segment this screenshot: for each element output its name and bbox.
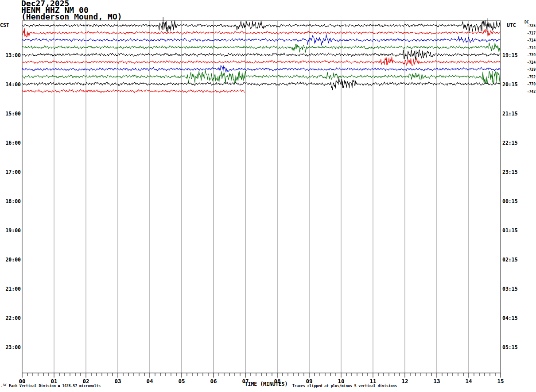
minute-tick-label: 10	[334, 378, 348, 384]
utc-time-label: 01:15	[502, 228, 518, 234]
seismo-trace-row-5-black	[22, 50, 500, 60]
scale-note: Each Vertical Division = 1428.57 microvo…	[9, 384, 101, 388]
minute-tick-label: 12	[398, 378, 412, 384]
dc-offset-label: -714	[513, 38, 536, 43]
plot-frame	[22, 21, 501, 373]
minute-tick-label: 04	[143, 378, 156, 384]
seismo-trace-row-9-black	[22, 77, 500, 90]
minute-tick-label: 13	[430, 378, 443, 384]
dc-offset-label: -742	[513, 90, 536, 94]
dc-offset-label: -717	[513, 31, 536, 36]
station-location: (Henderson Mound, MO)	[21, 13, 122, 20]
cst-time-label: 15:00	[0, 111, 21, 117]
helicorder-plot	[0, 0, 536, 392]
utc-time-label: 00:15	[502, 199, 518, 204]
cst-time-label: 16:00	[0, 140, 21, 146]
minute-tick-label: 15	[494, 378, 507, 384]
left-timezone-label: CST	[0, 22, 9, 28]
utc-time-label: 03:15	[502, 286, 518, 292]
seismo-trace-row-8-green	[22, 70, 500, 84]
minute-tick-label: 03	[111, 378, 124, 384]
dc-offset-label: -752	[513, 75, 536, 80]
seismo-trace-row-2-red	[22, 28, 500, 37]
dc-offset-label: -770	[513, 82, 536, 87]
minute-tick-label: 01	[47, 378, 61, 384]
cst-time-label: 23:00	[0, 345, 21, 350]
minute-tick-label: 05	[175, 378, 188, 384]
cst-time-label: 20:00	[0, 257, 21, 263]
utc-time-label: 23:15	[502, 169, 518, 175]
dc-offset-label: -739	[513, 53, 536, 58]
seismo-trace-row-10-red	[22, 89, 245, 93]
seismo-trace-row-4-green	[22, 43, 500, 52]
dc-offset-label: -724	[513, 61, 536, 65]
seismo-trace-row-7-blue	[22, 65, 500, 73]
seismo-trace-row-6-red	[22, 57, 500, 65]
cst-time-label: 18:00	[0, 199, 21, 204]
helicorder-page: Dec27,2025 HENM HHZ NM 00 (Henderson Mou…	[0, 0, 536, 392]
utc-time-label: 04:15	[502, 315, 518, 321]
dc-offset-label: -714	[513, 46, 536, 50]
minute-tick-label: 11	[366, 378, 380, 384]
corner-mark: ,M	[1, 383, 6, 387]
cst-time-label: 19:00	[0, 228, 21, 234]
dc-offset-label: -725	[513, 24, 536, 28]
cst-time-label: 13:00	[0, 53, 21, 58]
utc-time-label: 21:15	[502, 111, 518, 117]
utc-time-label: 02:15	[502, 257, 518, 263]
utc-time-label: 05:15	[502, 345, 518, 350]
cst-time-label: 22:00	[0, 315, 21, 321]
utc-time-label: 22:15	[502, 140, 518, 146]
minute-tick-label: 00	[16, 378, 29, 384]
clip-note: Traces clipped at plus/minus 5 vertical …	[292, 384, 397, 388]
seismo-trace-row-3-blue	[22, 35, 500, 46]
minute-tick-label: 14	[462, 378, 475, 384]
cst-time-label: 21:00	[0, 286, 21, 292]
cst-time-label: 17:00	[0, 169, 21, 175]
dc-offset-label: -729	[513, 68, 536, 72]
cst-time-label: 14:00	[0, 82, 21, 88]
minute-tick-label: 02	[79, 378, 93, 384]
